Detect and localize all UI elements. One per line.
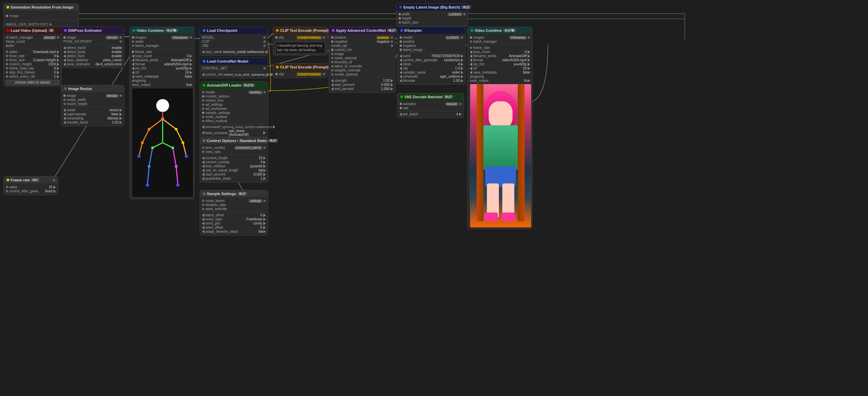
frame-rate-out[interactable] (53, 179, 55, 181)
lv-batch-in[interactable] (6, 36, 8, 39)
lv-selectevery-in[interactable] (6, 75, 8, 78)
lv-framecap-in[interactable] (6, 67, 8, 69)
co-guarantee-right[interactable] (263, 177, 266, 180)
adl-context-in[interactable] (202, 95, 204, 98)
acn-strength-right[interactable] (391, 79, 393, 82)
adl-ckpt-left[interactable] (202, 125, 204, 129)
lcn-out[interactable] (263, 67, 266, 69)
ks-model-in[interactable] (400, 36, 402, 39)
el-latent-out[interactable] (463, 13, 466, 15)
adl-sample-in[interactable] (202, 112, 204, 114)
ir-height-in[interactable] (63, 103, 66, 105)
adl-model-out[interactable] (263, 91, 266, 93)
vcr-pixfmt-right[interactable] (528, 63, 530, 66)
dwp-bbox-left[interactable] (63, 59, 66, 62)
ks-steps-left[interactable] (400, 63, 402, 66)
acn-wt-in[interactable] (331, 69, 334, 72)
ks-sched-left[interactable] (400, 75, 402, 78)
co-prev-out[interactable] (263, 146, 266, 149)
ct2-cond-out[interactable] (323, 73, 325, 75)
lcn-cn-left[interactable] (202, 73, 204, 76)
ct1-cond-out[interactable] (323, 36, 325, 39)
co-start-left[interactable] (202, 173, 204, 176)
adl-beta-right[interactable] (263, 131, 266, 135)
lck-ckptname-right[interactable] (266, 50, 268, 54)
co-prev-in[interactable] (202, 146, 204, 149)
vcr-prefix-right[interactable] (528, 54, 530, 58)
vcl-crf-left[interactable] (132, 71, 134, 74)
co-start-right[interactable] (263, 173, 266, 176)
fr-control-in[interactable] (6, 190, 8, 192)
ks-sched-right[interactable] (461, 75, 463, 78)
co-fuse-left[interactable] (202, 165, 204, 168)
vcr-loopcount-right[interactable] (528, 50, 530, 54)
acn-pos-out[interactable] (391, 36, 393, 39)
ss-seed-in[interactable] (202, 208, 204, 210)
dwp-pose-est-left[interactable] (63, 63, 66, 66)
lv-skipfirst-arrow[interactable] (57, 71, 59, 74)
ss-batchoffset-right[interactable] (263, 214, 266, 217)
lv-customheight-in[interactable] (6, 63, 8, 65)
lv-forcesize-arrow[interactable] (57, 59, 59, 62)
vcl-images-in[interactable] (132, 36, 134, 39)
acn-mopt-in[interactable] (331, 73, 334, 76)
ir-rescale-left[interactable] (63, 121, 66, 124)
vcl-loopcount-left[interactable] (132, 54, 134, 58)
ss-noisetype-left[interactable] (202, 218, 204, 221)
co-overlap-right[interactable] (263, 161, 266, 164)
vcr-format-right[interactable] (528, 59, 530, 62)
ir-super-right[interactable] (119, 113, 122, 116)
ir-image-in[interactable] (63, 94, 66, 97)
lv-forcerate-arrow[interactable] (57, 54, 59, 58)
vd-perbatch-left[interactable] (400, 113, 402, 116)
lv-video-arrow[interactable] (57, 50, 59, 54)
el-height-in[interactable] (399, 17, 401, 20)
vcr-prefix-left[interactable] (470, 54, 472, 58)
vcr-loopcount-left[interactable] (470, 50, 472, 54)
el-batch-in[interactable] (399, 21, 401, 24)
vcl-pixfmt-left[interactable] (132, 67, 134, 70)
co-ctxlen-right[interactable] (263, 156, 266, 160)
dwp-pose-out[interactable] (119, 40, 122, 43)
ss-iter-in[interactable] (202, 204, 204, 206)
ir-width-in[interactable] (63, 99, 66, 101)
vcl-prefix-left[interactable] (132, 59, 134, 62)
vd-image-out[interactable] (459, 103, 462, 105)
ct1-clip-in[interactable] (275, 36, 278, 39)
dwp-image-in[interactable] (63, 36, 66, 39)
ir-mode-left[interactable] (63, 108, 66, 112)
adl-scalemulti-in[interactable] (202, 116, 204, 118)
dwp-detecthand-left[interactable] (63, 46, 66, 50)
vcl-framerate-in[interactable] (132, 51, 134, 53)
acn-startpct-left[interactable] (331, 83, 334, 87)
ks-latimg-in[interactable] (400, 49, 402, 51)
gen-res-width-out[interactable] (49, 23, 52, 26)
ks-seed-right[interactable] (461, 54, 463, 58)
lck-vae-out[interactable] (263, 44, 266, 47)
ks-pos-in[interactable] (400, 40, 402, 43)
lv-forcesize-in[interactable] (6, 59, 8, 61)
choose-video-button[interactable]: choose video to upload (6, 80, 59, 85)
lck-clip-out[interactable] (263, 40, 266, 43)
vcr-framerate-in[interactable] (470, 47, 472, 49)
vcr-meta-left[interactable] (470, 71, 472, 74)
vcl-filenames-out[interactable] (190, 36, 192, 39)
ss-noise-in[interactable] (202, 200, 204, 202)
vcr-format-left[interactable] (470, 59, 472, 62)
co-view-in[interactable] (202, 151, 204, 153)
ir-resample-left[interactable] (63, 117, 66, 120)
ss-adapt-left[interactable] (202, 230, 204, 233)
adl-effectmulti-in[interactable] (202, 120, 204, 122)
acn-neg-out-dot[interactable] (391, 40, 393, 43)
ir-mode-right[interactable] (119, 108, 122, 112)
vcl-loopcount-right[interactable] (190, 54, 192, 58)
ks-steps-right[interactable] (461, 63, 463, 66)
ks-cfg-right[interactable] (461, 67, 463, 70)
fr-control-arrow[interactable] (53, 190, 56, 193)
ir-rescale-right[interactable] (119, 121, 122, 124)
vcl-format-left[interactable] (132, 63, 134, 66)
lv-video-in[interactable] (6, 51, 8, 53)
vcr-batch-in[interactable] (470, 40, 472, 43)
lv-framecap-arrow[interactable] (57, 67, 59, 70)
acn-latkf-in[interactable] (331, 65, 334, 67)
